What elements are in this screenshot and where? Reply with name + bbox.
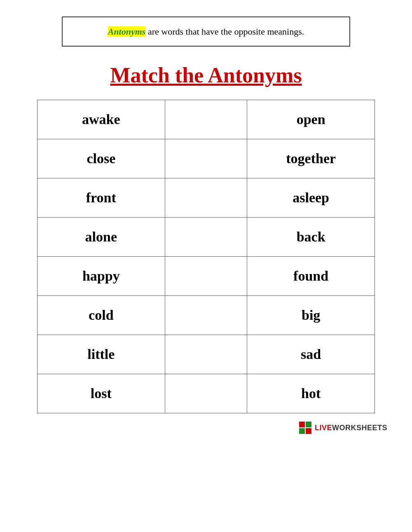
right-word: sad	[247, 335, 375, 374]
right-word: found	[247, 257, 375, 296]
liveworksheets-logo: LIVEWORKSHEETS	[299, 422, 387, 434]
right-word: together	[247, 139, 375, 178]
left-word: cold	[37, 296, 165, 335]
left-word: alone	[37, 218, 165, 257]
definition-box: Antonyms are words that have the opposit…	[62, 16, 350, 47]
right-word: open	[247, 100, 375, 139]
middle-connector	[165, 100, 247, 139]
table-row: coldbig	[37, 296, 375, 335]
middle-connector	[165, 296, 247, 335]
middle-connector	[165, 178, 247, 218]
right-word: asleep	[247, 178, 375, 218]
page-title: Match the Antonyms	[110, 63, 302, 87]
left-word: lost	[37, 374, 165, 413]
left-word: close	[37, 139, 165, 178]
left-word: little	[37, 335, 165, 374]
right-word: back	[247, 218, 375, 257]
middle-connector	[165, 374, 247, 413]
table-row: happyfound	[37, 257, 375, 296]
right-word: hot	[247, 374, 375, 413]
table-row: frontasleep	[37, 178, 375, 218]
table-row: awakeopen	[37, 100, 375, 139]
logo-text: LIVEWORKSHEETS	[315, 424, 387, 432]
middle-connector	[165, 257, 247, 296]
table-row: losthot	[37, 374, 375, 413]
left-word: happy	[37, 257, 165, 296]
logo-icon	[299, 422, 311, 434]
table-row: littlesad	[37, 335, 375, 374]
table-row: aloneback	[37, 218, 375, 257]
middle-connector	[165, 335, 247, 374]
middle-connector	[165, 139, 247, 178]
right-word: big	[247, 296, 375, 335]
definition-text: are words that have the opposite meaning…	[145, 26, 304, 37]
match-table: awakeopenclosetogetherfrontasleepaloneba…	[37, 100, 375, 413]
left-word: front	[37, 178, 165, 218]
middle-connector	[165, 218, 247, 257]
left-word: awake	[37, 100, 165, 139]
antonyms-highlight: Antonyms	[108, 26, 146, 37]
table-row: closetogether	[37, 139, 375, 178]
